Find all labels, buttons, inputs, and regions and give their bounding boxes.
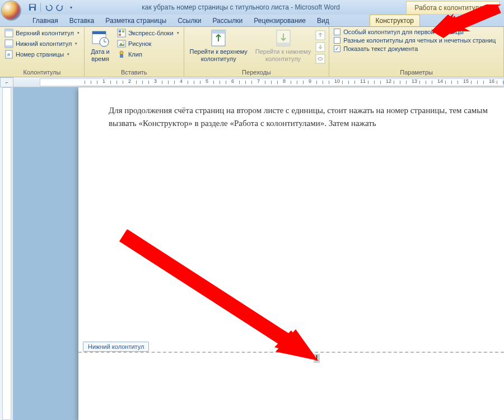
- quick-parts-button[interactable]: Экспресс-блоки▾: [115, 28, 181, 38]
- page-number-button[interactable]: # Номер страницы▾: [2, 49, 82, 59]
- svg-rect-15: [119, 30, 121, 32]
- svg-point-20: [122, 41, 124, 43]
- tab-view[interactable]: Вид: [311, 15, 335, 26]
- footer-divider: [78, 352, 504, 353]
- goto-header-button[interactable]: Перейти к верхнему колонтитулу: [186, 28, 251, 63]
- office-button[interactable]: [1, 1, 21, 21]
- footer-area[interactable]: Нижний колонтитул 1: [78, 352, 504, 353]
- picture-icon: [117, 39, 126, 48]
- group-label-options: Параметры: [332, 68, 501, 77]
- title-bar: ▾ как убрать номер страницы с титульного…: [0, 0, 504, 15]
- ribbon-tabs: Главная Вставка Разметка страницы Ссылки…: [0, 15, 504, 27]
- group-options: Особый колонтитул для первой страницы Ра…: [329, 27, 504, 77]
- tab-mailings[interactable]: Рассылки: [207, 15, 248, 26]
- date-time-icon: [91, 29, 109, 47]
- group-label-navigation: Переходы: [186, 68, 327, 77]
- horizontal-ruler[interactable]: 12345678910111213141516: [13, 77, 504, 87]
- goto-footer-icon: [274, 29, 292, 47]
- tab-home[interactable]: Главная: [27, 15, 64, 26]
- svg-point-21: [120, 51, 123, 54]
- header-button[interactable]: Верхний колонтитул▾: [2, 28, 82, 38]
- footer-button[interactable]: Нижний колонтитул▾: [2, 39, 82, 49]
- goto-footer-button: Перейти к нижнему колонтитулу: [252, 28, 314, 63]
- svg-text:#: #: [7, 52, 10, 58]
- checkbox-icon: [334, 37, 340, 44]
- qat-separator: [40, 3, 41, 12]
- tab-page-layout[interactable]: Разметка страницы: [100, 15, 172, 26]
- checkbox-icon: [334, 29, 340, 35]
- next-section-icon[interactable]: [315, 42, 326, 53]
- different-first-page-checkbox[interactable]: Особый колонтитул для первой страницы: [332, 28, 498, 36]
- tab-review[interactable]: Рецензирование: [248, 15, 311, 26]
- tab-references[interactable]: Ссылки: [172, 15, 207, 26]
- svg-rect-24: [212, 30, 225, 34]
- footer-icon: [4, 39, 13, 48]
- link-previous-icon[interactable]: [315, 54, 326, 65]
- group-label-insert: Вставить: [87, 68, 181, 77]
- goto-header-icon: [209, 29, 227, 47]
- svg-rect-6: [5, 45, 13, 48]
- svg-rect-4: [5, 29, 13, 31]
- vertical-ruler[interactable]: [0, 87, 13, 420]
- svg-rect-17: [119, 34, 121, 36]
- clip-icon: [117, 50, 126, 59]
- checkbox-icon: ✓: [334, 45, 340, 52]
- svg-rect-29: [316, 54, 325, 63]
- svg-rect-22: [120, 54, 123, 58]
- document-area: ⌐ 12345678910111213141516 Для продолжени…: [0, 77, 504, 420]
- ribbon: Верхний колонтитул▾ Нижний колонтитул▾ #…: [0, 27, 504, 77]
- picture-button[interactable]: Рисунок: [115, 39, 181, 49]
- contextual-tab-label: Работа с колонтитулами: [406, 1, 500, 14]
- svg-rect-10: [92, 31, 106, 34]
- redo-icon[interactable]: [55, 3, 64, 12]
- footer-label-tab: Нижний колонтитул: [83, 342, 149, 352]
- group-label-headers-footers: Колонтитулы: [2, 68, 82, 77]
- qat-customize-icon[interactable]: ▾: [67, 3, 76, 12]
- tab-design[interactable]: Конструктор: [370, 15, 420, 26]
- undo-icon[interactable]: [44, 3, 53, 12]
- ruler-corner[interactable]: ⌐: [0, 77, 13, 87]
- svg-rect-26: [277, 43, 290, 46]
- svg-rect-1: [30, 4, 35, 7]
- svg-rect-16: [122, 30, 124, 32]
- previous-section-icon[interactable]: [315, 30, 326, 41]
- save-icon[interactable]: [28, 3, 37, 12]
- group-navigation: Перейти к верхнему колонтитулу Перейти к…: [184, 27, 330, 77]
- header-icon: [4, 29, 13, 38]
- body-text: Для продолжения счёта страниц на втором …: [109, 104, 504, 130]
- page-number-field[interactable]: 1: [314, 354, 320, 363]
- window-title: как убрать номер страницы с титульного л…: [76, 3, 406, 11]
- quick-access-toolbar: ▾: [28, 3, 76, 12]
- show-document-text-checkbox[interactable]: ✓ Показать текст документа: [332, 45, 498, 53]
- group-headers-footers: Верхний колонтитул▾ Нижний колонтитул▾ #…: [0, 27, 85, 77]
- clip-button[interactable]: Клип: [115, 49, 181, 59]
- group-insert: Дата и время Экспресс-блоки▾ Рисунок Кли…: [85, 27, 184, 77]
- page-number-icon: #: [4, 50, 13, 59]
- quick-parts-icon: [117, 29, 126, 38]
- tab-insert[interactable]: Вставка: [64, 15, 100, 26]
- date-time-button[interactable]: Дата и время: [87, 28, 114, 63]
- document-page[interactable]: Для продолжения счёта страниц на втором …: [78, 87, 504, 420]
- different-odd-even-checkbox[interactable]: Разные колонтитулы для четных и нечетных…: [332, 36, 498, 44]
- svg-rect-2: [31, 8, 34, 11]
